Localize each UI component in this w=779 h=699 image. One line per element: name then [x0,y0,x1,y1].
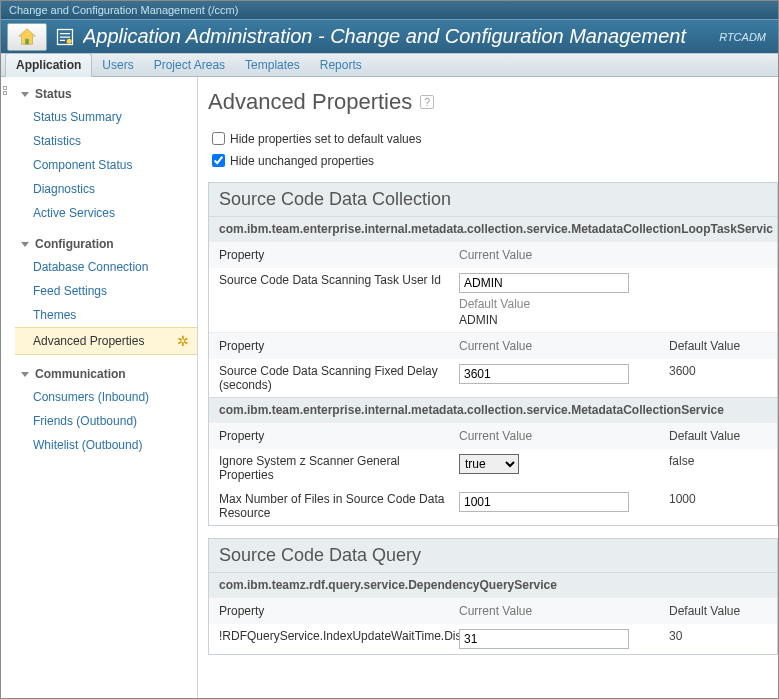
menu-project-areas[interactable]: Project Areas [144,54,235,76]
chevron-down-icon [21,242,29,247]
service-name: com.ibm.team.enterprise.internal.metadat… [209,397,777,422]
default-value: 3600 [669,364,767,378]
scan-user-id-input[interactable] [459,273,629,293]
default-value: 30 [669,629,767,643]
property-row: Source Code Data Scanning Task User Id D… [209,268,777,332]
menu-templates[interactable]: Templates [235,54,310,76]
menu-reports[interactable]: Reports [310,54,372,76]
hide-default-label: Hide properties set to default values [230,132,421,146]
breadcrumb[interactable]: Change and Configuration Management (/cc… [9,4,238,16]
nav-advanced-properties[interactable]: Advanced Properties✲ [15,327,197,355]
home-icon[interactable] [7,23,47,51]
column-header-row: Property Current Value Default Value [209,332,777,359]
nav-feed-settings[interactable]: Feed Settings [15,279,197,303]
group-source-code-data-collection: Source Code Data Collection com.ibm.team… [208,182,778,526]
group-source-code-data-query: Source Code Data Query com.ibm.teamz.rdf… [208,538,778,655]
modified-icon: ✲ [177,333,189,349]
sidebar: Status Status Summary Statistics Compone… [1,77,198,698]
nav-statistics[interactable]: Statistics [15,129,197,153]
svg-point-3 [67,38,72,43]
nav-friends-outbound[interactable]: Friends (Outbound) [15,409,197,433]
nav-whitelist-outbound[interactable]: Whitelist (Outbound) [15,433,197,457]
column-header-row: Property Current Value Default Value [209,422,777,449]
page-main-title: Application Administration - Change and … [83,25,719,48]
property-row: Max Number of Files in Source Code Data … [209,487,777,525]
help-icon[interactable]: ? [420,95,434,109]
nav-themes[interactable]: Themes [15,303,197,327]
hide-default-checkbox[interactable] [212,132,225,145]
nav-component-status[interactable]: Component Status [15,153,197,177]
chevron-down-icon [21,92,29,97]
max-files-input[interactable] [459,492,629,512]
nav-database-connection[interactable]: Database Connection [15,255,197,279]
menu-users[interactable]: Users [92,54,143,76]
hide-unchanged-label: Hide unchanged properties [230,154,374,168]
sidebar-grip[interactable] [1,83,9,96]
nav-section-configuration[interactable]: Configuration [15,233,197,255]
column-header-row: Property Current Value Default Value [209,597,777,624]
user-badge[interactable]: RTCADM [719,31,766,43]
default-value: false [669,454,767,468]
chevron-down-icon [21,372,29,377]
admin-icon [53,25,77,49]
nav-diagnostics[interactable]: Diagnostics [15,177,197,201]
hide-unchanged-checkbox[interactable] [212,154,225,167]
breadcrumb-bar: Change and Configuration Management (/cc… [1,1,778,19]
ignore-systemz-select[interactable]: true [459,454,519,474]
group-title: Source Code Data Collection [209,183,777,216]
nav-active-services[interactable]: Active Services [15,201,197,225]
nav-section-status[interactable]: Status [15,83,197,105]
menu-application[interactable]: Application [5,53,92,77]
menu-bar: Application Users Project Areas Template… [1,53,778,77]
svg-rect-1 [25,38,29,44]
index-wait-input[interactable] [459,629,629,649]
property-row: Source Code Data Scanning Fixed Delay (s… [209,359,777,397]
content-area: Advanced Properties ? Hide properties se… [198,77,778,698]
group-title: Source Code Data Query [209,539,777,572]
service-name: com.ibm.team.enterprise.internal.metadat… [209,216,777,241]
default-value: ADMIN [459,313,669,327]
property-row: Ignore System z Scanner General Properti… [209,449,777,487]
fixed-delay-input[interactable] [459,364,629,384]
default-value: 1000 [669,492,767,506]
title-bar: Application Administration - Change and … [1,19,778,53]
property-row: !RDFQueryService.IndexUpdateWaitTime.Dis… [209,624,777,654]
nav-section-communication[interactable]: Communication [15,363,197,385]
page-title: Advanced Properties ? [208,89,778,115]
column-header-row: Property Current Value [209,241,777,268]
nav-status-summary[interactable]: Status Summary [15,105,197,129]
nav-consumers-inbound[interactable]: Consumers (Inbound) [15,385,197,409]
service-name: com.ibm.teamz.rdf.query.service.Dependen… [209,572,777,597]
